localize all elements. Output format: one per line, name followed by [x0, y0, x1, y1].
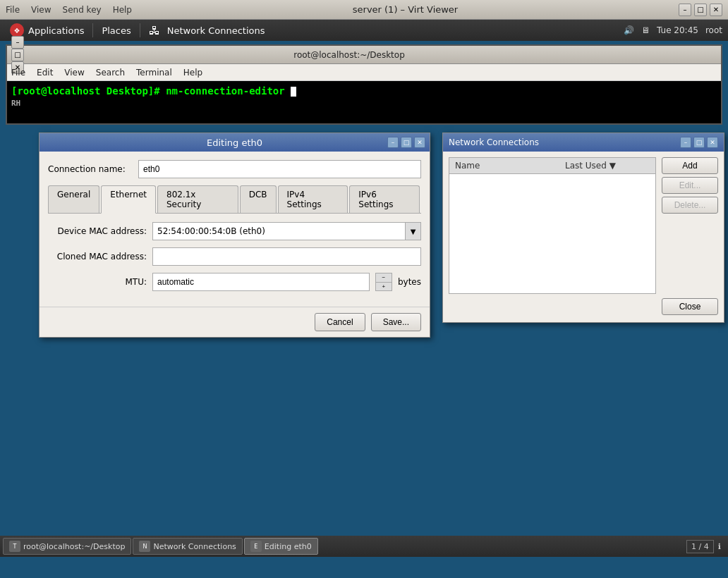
- edit-minimize-btn[interactable]: –: [387, 137, 399, 148]
- virt-window-controls: – □ ✕: [679, 4, 722, 16]
- terminal-titlebar: – □ ✕ root@localhost:~/Desktop: [7, 46, 721, 64]
- nc-table-header: Name Last Used ▼: [449, 157, 656, 174]
- tab-general[interactable]: General: [48, 185, 99, 213]
- topbar-separator1: [92, 23, 93, 37]
- mtu-input-area: − + bytes: [152, 273, 421, 291]
- tab-dcb[interactable]: DCB: [240, 185, 277, 213]
- page-indicator: 1 / 4: [686, 540, 714, 553]
- device-mac-value: 52:54:00:00:54:0B (eth0): [153, 225, 405, 238]
- virt-menu-sendkey[interactable]: Send key: [63, 5, 102, 15]
- terminal-cursor: [291, 87, 296, 97]
- mtu-decrease-btn[interactable]: −: [376, 273, 392, 283]
- taskbar-editing-icon: E: [250, 541, 262, 552]
- connection-name-row: Connection name:: [48, 160, 421, 178]
- taskbar-item-editing[interactable]: E Editing eth0: [244, 538, 318, 555]
- terminal-menu-terminal[interactable]: Terminal: [136, 68, 172, 78]
- tab-ipv4[interactable]: IPv4 Settings: [278, 185, 348, 213]
- terminal-title: root@localhost:~/Desktop: [24, 50, 674, 60]
- taskbar-item-terminal[interactable]: T root@localhost:~/Desktop: [3, 538, 131, 555]
- save-button[interactable]: Save...: [371, 313, 421, 331]
- cancel-button[interactable]: Cancel: [315, 313, 365, 331]
- nc-minimize-btn[interactable]: –: [680, 137, 691, 148]
- cloned-mac-row: Cloned MAC address:: [48, 247, 421, 266]
- tab-ethernet[interactable]: Ethernet: [101, 185, 156, 214]
- virt-titlebar: File View Send key Help server (1) – Vir…: [0, 0, 728, 20]
- edit-dialog-title: Editing eth0: [207, 137, 262, 148]
- nc-edit-btn[interactable]: Edit...: [662, 177, 718, 194]
- edit-dialog-footer: Cancel Save...: [40, 307, 430, 337]
- device-mac-select[interactable]: 52:54:00:00:54:0B (eth0) ▼: [152, 222, 421, 240]
- nc-dialog-title: Network Connections: [449, 137, 539, 147]
- terminal-menu-edit[interactable]: Edit: [37, 68, 53, 78]
- virt-maximize-btn[interactable]: □: [694, 4, 707, 16]
- terminal-command: [root@localhost Desktop]# nm-connection-…: [11, 85, 285, 97]
- nc-main-row: Name Last Used ▼ Add Edit... Delete...: [449, 157, 718, 294]
- edit-maximize-btn[interactable]: □: [401, 137, 412, 148]
- terminal-menu-help[interactable]: Help: [183, 68, 202, 78]
- mtu-bytes-label: bytes: [398, 277, 421, 287]
- nc-col-name: Name: [455, 161, 565, 171]
- nc-maximize-btn[interactable]: □: [693, 137, 705, 148]
- topbar-user: root: [705, 25, 722, 35]
- connection-name-input[interactable]: [138, 160, 421, 178]
- terminal-menu-view[interactable]: View: [64, 68, 84, 78]
- nc-col-last-used: Last Used ▼: [565, 161, 650, 171]
- nc-table-area: Name Last Used ▼: [449, 157, 656, 294]
- monitor-icon: 🖥: [641, 25, 650, 35]
- mtu-row: MTU: − + bytes: [48, 273, 421, 291]
- topbar-time: Tue 20:45: [657, 25, 698, 35]
- nc-dialog-titlebar: Network Connections – □ ✕: [443, 133, 724, 152]
- nc-delete-btn[interactable]: Delete...: [662, 197, 718, 214]
- nc-close-row: Close: [449, 294, 718, 316]
- virt-menu-file[interactable]: File: [6, 5, 20, 15]
- network-connections-dialog: Network Connections – □ ✕ Name Last Used…: [442, 133, 724, 323]
- taskbar-item-network[interactable]: N Network Connections: [133, 538, 242, 555]
- virt-close-btn[interactable]: ✕: [710, 4, 722, 16]
- tab-8021x[interactable]: 802.1x Security: [157, 185, 238, 213]
- cloned-mac-label: Cloned MAC address:: [48, 252, 147, 262]
- terminal-minimize-btn[interactable]: –: [11, 36, 24, 49]
- topbar-right: 🔊 🖥 Tue 20:45 root: [624, 25, 722, 35]
- edit-eth0-dialog: Editing eth0 – □ ✕ Connection name: Gene…: [39, 133, 430, 338]
- mtu-stepper: − +: [375, 273, 392, 291]
- audio-icon: 🔊: [624, 25, 634, 35]
- terminal-menu-file[interactable]: File: [11, 68, 25, 78]
- applications-label[interactable]: Applications: [28, 25, 84, 36]
- terminal-menubar: File Edit View Search Terminal Help: [7, 64, 721, 81]
- nc-close-btn[interactable]: ✕: [707, 137, 718, 148]
- virt-window-title: server (1) – Virt Viewer: [132, 4, 679, 15]
- cloned-mac-input[interactable]: [152, 247, 421, 266]
- edit-close-btn[interactable]: ✕: [414, 137, 425, 148]
- gnome-topbar: ❖ Applications Places 🖧 Network Connecti…: [0, 20, 728, 41]
- nc-add-btn[interactable]: Add: [662, 157, 718, 174]
- connection-name-label: Connection name:: [48, 164, 133, 174]
- network-connections-menu[interactable]: 🖧 Network Connections: [145, 20, 269, 41]
- terminal-menu-search[interactable]: Search: [96, 68, 125, 78]
- nc-action-buttons: Add Edit... Delete...: [662, 157, 718, 214]
- nc-win-controls: – □ ✕: [680, 137, 718, 148]
- places-menu[interactable]: Places: [97, 20, 135, 41]
- network-connections-label[interactable]: Network Connections: [167, 25, 265, 36]
- mtu-increase-btn[interactable]: +: [376, 283, 392, 291]
- edit-dialog-titlebar: Editing eth0 – □ ✕: [40, 133, 430, 152]
- virt-menu-help[interactable]: Help: [113, 5, 132, 15]
- taskbar-right: 1 / 4 ℹ: [686, 540, 725, 553]
- device-mac-dropdown-arrow[interactable]: ▼: [405, 223, 420, 240]
- taskbar: T root@localhost:~/Desktop N Network Con…: [0, 536, 728, 557]
- mtu-input[interactable]: [152, 273, 370, 291]
- virt-menu-view[interactable]: View: [31, 5, 51, 15]
- tabs-row: General Ethernet 802.1x Security DCB IPv…: [48, 185, 421, 214]
- places-label[interactable]: Places: [102, 25, 131, 36]
- virt-minimize-btn[interactable]: –: [679, 4, 691, 16]
- device-mac-row: Device MAC address: 52:54:00:00:54:0B (e…: [48, 222, 421, 240]
- tab-ipv6[interactable]: IPv6 Settings: [349, 185, 420, 213]
- terminal-window: – □ ✕ root@localhost:~/Desktop File Edit…: [6, 44, 722, 125]
- nc-close-btn[interactable]: Close: [662, 298, 718, 315]
- taskbar-terminal-icon: T: [9, 541, 20, 552]
- topbar-separator2: [140, 23, 140, 37]
- network-icon: 🖧: [149, 24, 160, 37]
- nc-table-body: [449, 174, 656, 294]
- terminal-maximize-btn[interactable]: □: [11, 49, 24, 61]
- edit-dialog-body: Connection name: General Ethernet 802.1x…: [40, 152, 430, 307]
- terminal-body[interactable]: [root@localhost Desktop]# nm-connection-…: [7, 81, 721, 123]
